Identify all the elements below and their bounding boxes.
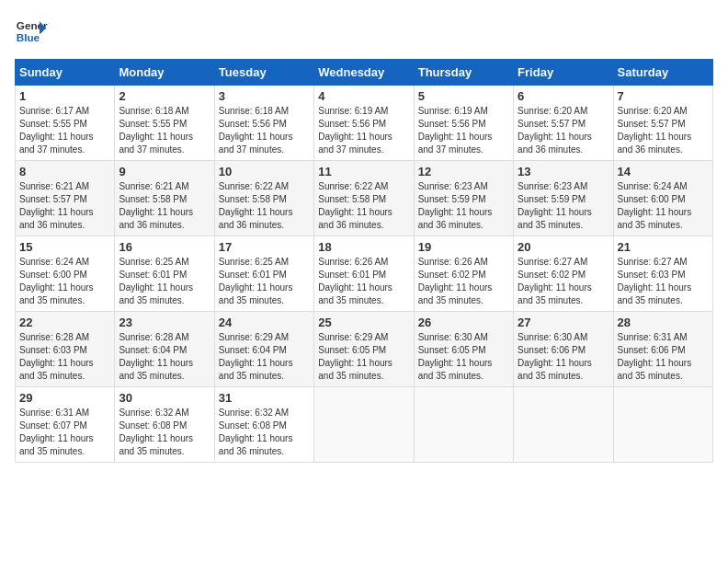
calendar-cell: 29Sunrise: 6:31 AMSunset: 6:07 PMDayligh…	[16, 387, 115, 463]
calendar-cell: 12Sunrise: 6:23 AMSunset: 5:59 PMDayligh…	[414, 161, 513, 236]
calendar-cell: 6Sunrise: 6:20 AMSunset: 5:57 PMDaylight…	[514, 86, 613, 161]
cell-info: Sunrise: 6:24 AMSunset: 6:00 PMDaylight:…	[618, 180, 709, 232]
day-number: 30	[119, 391, 210, 405]
cell-info: Sunrise: 6:18 AMSunset: 5:55 PMDaylight:…	[119, 105, 210, 156]
calendar-cell: 15Sunrise: 6:24 AMSunset: 6:00 PMDayligh…	[16, 236, 115, 312]
calendar-week-3: 15Sunrise: 6:24 AMSunset: 6:00 PMDayligh…	[16, 236, 713, 312]
calendar-cell: 1Sunrise: 6:17 AMSunset: 5:55 PMDaylight…	[16, 86, 115, 161]
cell-info: Sunrise: 6:19 AMSunset: 5:56 PMDaylight:…	[418, 105, 509, 156]
col-header-thursday: Thursday	[414, 60, 513, 86]
day-number: 10	[219, 165, 310, 178]
cell-info: Sunrise: 6:28 AMSunset: 6:03 PMDaylight:…	[19, 331, 110, 383]
day-number: 7	[618, 89, 709, 103]
day-number: 15	[19, 240, 110, 254]
calendar-cell: 25Sunrise: 6:29 AMSunset: 6:05 PMDayligh…	[314, 312, 414, 387]
day-number: 14	[618, 165, 709, 178]
day-number: 11	[318, 165, 409, 178]
day-number: 16	[119, 240, 210, 254]
day-number: 21	[618, 240, 709, 254]
cell-info: Sunrise: 6:27 AMSunset: 6:02 PMDaylight:…	[518, 256, 609, 307]
calendar-cell: 9Sunrise: 6:21 AMSunset: 5:58 PMDaylight…	[115, 161, 214, 236]
calendar-cell: 13Sunrise: 6:23 AMSunset: 5:59 PMDayligh…	[514, 161, 613, 236]
calendar-cell: 7Sunrise: 6:20 AMSunset: 5:57 PMDaylight…	[613, 86, 712, 161]
calendar-cell: 28Sunrise: 6:31 AMSunset: 6:06 PMDayligh…	[613, 312, 712, 387]
calendar-cell: 23Sunrise: 6:28 AMSunset: 6:04 PMDayligh…	[115, 312, 214, 387]
col-header-wednesday: Wednesday	[314, 60, 414, 86]
calendar-cell: 2Sunrise: 6:18 AMSunset: 5:55 PMDaylight…	[115, 86, 214, 161]
cell-info: Sunrise: 6:19 AMSunset: 5:56 PMDaylight:…	[318, 105, 409, 156]
day-number: 3	[219, 89, 310, 103]
cell-info: Sunrise: 6:27 AMSunset: 6:03 PMDaylight:…	[618, 256, 709, 307]
svg-text:Blue: Blue	[17, 31, 40, 43]
cell-info: Sunrise: 6:24 AMSunset: 6:00 PMDaylight:…	[19, 256, 110, 307]
calendar-cell: 18Sunrise: 6:26 AMSunset: 6:01 PMDayligh…	[314, 236, 414, 312]
day-number: 27	[518, 316, 609, 329]
calendar-table: SundayMondayTuesdayWednesdayThursdayFrid…	[15, 59, 713, 463]
calendar-cell: 11Sunrise: 6:22 AMSunset: 5:58 PMDayligh…	[314, 161, 414, 236]
calendar-cell: 5Sunrise: 6:19 AMSunset: 5:56 PMDaylight…	[414, 86, 513, 161]
day-number: 17	[219, 240, 310, 254]
page-header: General Blue	[15, 15, 713, 48]
day-number: 23	[119, 316, 210, 329]
col-header-saturday: Saturday	[613, 60, 712, 86]
day-number: 13	[518, 165, 609, 178]
day-number: 12	[418, 165, 509, 178]
calendar-cell: 16Sunrise: 6:25 AMSunset: 6:01 PMDayligh…	[115, 236, 214, 312]
day-number: 9	[119, 165, 210, 178]
cell-info: Sunrise: 6:31 AMSunset: 6:06 PMDaylight:…	[618, 331, 709, 383]
day-number: 4	[318, 89, 409, 103]
calendar-cell: 27Sunrise: 6:30 AMSunset: 6:06 PMDayligh…	[514, 312, 613, 387]
calendar-cell	[314, 387, 414, 463]
calendar-week-5: 29Sunrise: 6:31 AMSunset: 6:07 PMDayligh…	[16, 387, 713, 463]
cell-info: Sunrise: 6:26 AMSunset: 6:01 PMDaylight:…	[318, 256, 409, 307]
day-number: 6	[518, 89, 609, 103]
logo-icon: General Blue	[15, 15, 48, 48]
cell-info: Sunrise: 6:32 AMSunset: 6:08 PMDaylight:…	[219, 407, 310, 458]
col-header-tuesday: Tuesday	[214, 60, 313, 86]
day-number: 18	[318, 240, 409, 254]
logo: General Blue	[15, 15, 48, 48]
calendar-cell: 8Sunrise: 6:21 AMSunset: 5:57 PMDaylight…	[16, 161, 115, 236]
calendar-cell: 22Sunrise: 6:28 AMSunset: 6:03 PMDayligh…	[16, 312, 115, 387]
cell-info: Sunrise: 6:22 AMSunset: 5:58 PMDaylight:…	[318, 180, 409, 232]
day-number: 19	[418, 240, 509, 254]
day-number: 26	[418, 316, 509, 329]
calendar-week-1: 1Sunrise: 6:17 AMSunset: 5:55 PMDaylight…	[16, 86, 713, 161]
calendar-cell: 14Sunrise: 6:24 AMSunset: 6:00 PMDayligh…	[613, 161, 712, 236]
day-number: 31	[219, 391, 310, 405]
col-header-monday: Monday	[115, 60, 214, 86]
day-number: 28	[618, 316, 709, 329]
cell-info: Sunrise: 6:25 AMSunset: 6:01 PMDaylight:…	[119, 256, 210, 307]
calendar-cell: 4Sunrise: 6:19 AMSunset: 5:56 PMDaylight…	[314, 86, 414, 161]
cell-info: Sunrise: 6:20 AMSunset: 5:57 PMDaylight:…	[618, 105, 709, 156]
calendar-cell: 21Sunrise: 6:27 AMSunset: 6:03 PMDayligh…	[613, 236, 712, 312]
day-number: 5	[418, 89, 509, 103]
cell-info: Sunrise: 6:21 AMSunset: 5:57 PMDaylight:…	[19, 180, 110, 232]
day-number: 20	[518, 240, 609, 254]
calendar-cell: 17Sunrise: 6:25 AMSunset: 6:01 PMDayligh…	[214, 236, 313, 312]
col-header-sunday: Sunday	[16, 60, 115, 86]
day-number: 24	[219, 316, 310, 329]
cell-info: Sunrise: 6:23 AMSunset: 5:59 PMDaylight:…	[518, 180, 609, 232]
cell-info: Sunrise: 6:30 AMSunset: 6:06 PMDaylight:…	[518, 331, 609, 383]
cell-info: Sunrise: 6:28 AMSunset: 6:04 PMDaylight:…	[119, 331, 210, 383]
day-number: 22	[19, 316, 110, 329]
calendar-cell: 19Sunrise: 6:26 AMSunset: 6:02 PMDayligh…	[414, 236, 513, 312]
calendar-cell	[613, 387, 712, 463]
calendar-cell	[514, 387, 613, 463]
cell-info: Sunrise: 6:26 AMSunset: 6:02 PMDaylight:…	[418, 256, 509, 307]
calendar-week-2: 8Sunrise: 6:21 AMSunset: 5:57 PMDaylight…	[16, 161, 713, 236]
cell-info: Sunrise: 6:30 AMSunset: 6:05 PMDaylight:…	[418, 331, 509, 383]
cell-info: Sunrise: 6:20 AMSunset: 5:57 PMDaylight:…	[518, 105, 609, 156]
cell-info: Sunrise: 6:21 AMSunset: 5:58 PMDaylight:…	[119, 180, 210, 232]
cell-info: Sunrise: 6:32 AMSunset: 6:08 PMDaylight:…	[119, 407, 210, 458]
calendar-cell: 24Sunrise: 6:29 AMSunset: 6:04 PMDayligh…	[214, 312, 313, 387]
col-header-friday: Friday	[514, 60, 613, 86]
calendar-cell: 31Sunrise: 6:32 AMSunset: 6:08 PMDayligh…	[214, 387, 313, 463]
day-number: 2	[119, 89, 210, 103]
cell-info: Sunrise: 6:22 AMSunset: 5:58 PMDaylight:…	[219, 180, 310, 232]
calendar-cell: 3Sunrise: 6:18 AMSunset: 5:56 PMDaylight…	[214, 86, 313, 161]
calendar-cell: 10Sunrise: 6:22 AMSunset: 5:58 PMDayligh…	[214, 161, 313, 236]
day-number: 8	[19, 165, 110, 178]
day-number: 29	[19, 391, 110, 405]
